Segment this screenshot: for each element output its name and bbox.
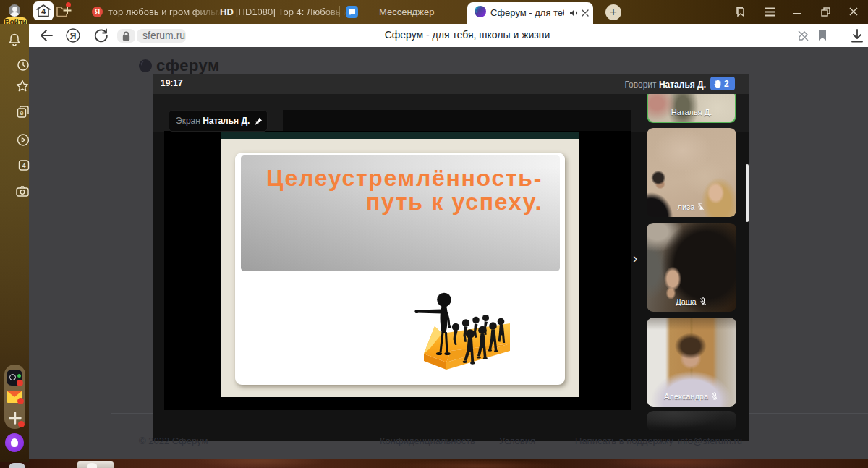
svg-text:e: e: [20, 109, 23, 116]
svg-text:4: 4: [41, 7, 46, 16]
svg-text:4: 4: [22, 162, 25, 169]
